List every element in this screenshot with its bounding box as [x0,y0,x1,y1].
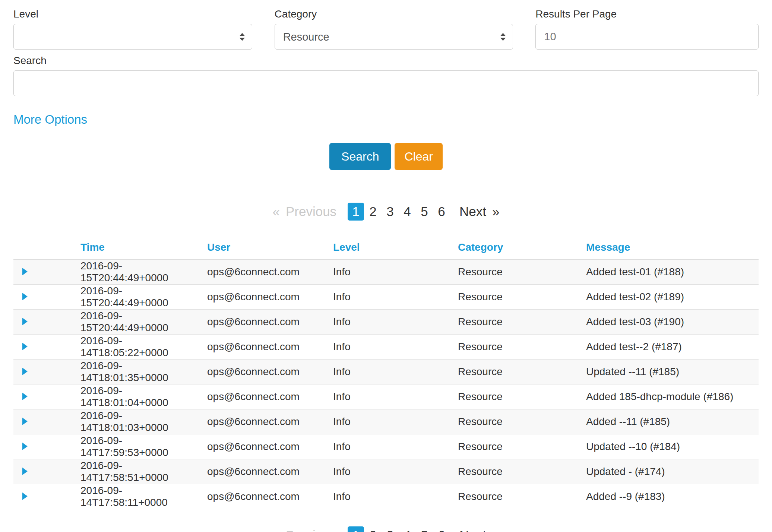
cell-user: ops@6connect.com [203,260,329,285]
cell-message: Added test-02 (#189) [582,285,759,310]
pagination-previous: « Previous [272,204,336,219]
results-per-page-input[interactable] [535,24,759,50]
table-row: 2016-09-15T20:44:49+0000 ops@6connect.co… [13,310,759,335]
search-label: Search [13,55,759,67]
expand-cell [13,260,77,285]
level-label: Level [13,8,252,20]
cell-time: 2016-09-14T17:58:11+0000 [77,484,203,509]
page-button-4[interactable]: 4 [399,203,415,221]
cell-category: Resource [454,360,582,384]
expand-cell [13,335,77,360]
cell-message: Added --11 (#185) [582,409,759,434]
cell-level: Info [329,384,454,409]
cell-category: Resource [454,434,582,459]
table-row: 2016-09-14T18:05:22+0000 ops@6connect.co… [13,335,759,360]
expand-cell [13,409,77,434]
page-button-5[interactable]: 5 [416,203,433,221]
page-button-2[interactable]: 2 [365,526,381,532]
column-header-user[interactable]: User [203,236,329,260]
table-row: 2016-09-14T18:01:04+0000 ops@6connect.co… [13,384,759,409]
page-list: 123456 [348,526,450,532]
cell-time: 2016-09-15T20:44:49+0000 [77,310,203,335]
level-select[interactable] [13,24,252,50]
clear-button[interactable]: Clear [395,143,442,170]
more-options-link[interactable]: More Options [13,113,87,127]
expand-row-icon[interactable] [22,443,28,450]
cell-category: Resource [454,459,582,484]
column-header-level[interactable]: Level [329,236,454,260]
table-row: 2016-09-15T20:44:49+0000 ops@6connect.co… [13,285,759,310]
cell-user: ops@6connect.com [203,360,329,384]
cell-level: Info [329,260,454,285]
search-field-group: Search [13,55,759,96]
table-row: 2016-09-15T20:44:49+0000 ops@6connect.co… [13,260,759,285]
page-button-3[interactable]: 3 [382,526,398,532]
table-row: 2016-09-14T17:58:11+0000 ops@6connect.co… [13,484,759,509]
cell-user: ops@6connect.com [203,285,329,310]
page-button-1[interactable]: 1 [348,203,364,221]
expand-row-icon[interactable] [22,318,28,325]
expand-row-icon[interactable] [22,368,28,375]
expand-cell [13,310,77,335]
page-button-2[interactable]: 2 [365,203,381,221]
expand-cell [13,285,77,310]
previous-label: Previous [286,528,336,532]
results-per-page-label: Results Per Page [535,8,759,20]
column-header-message[interactable]: Message [582,236,759,260]
cell-level: Info [329,310,454,335]
next-label: Next [459,204,486,219]
pagination-next[interactable]: Next » [459,528,499,532]
cell-time: 2016-09-14T18:01:03+0000 [77,409,203,434]
page-list: 123456 [348,203,450,221]
pagination-top: « Previous 123456 Next » [13,203,759,221]
page-button-6[interactable]: 6 [433,526,450,532]
results-per-page-field-group: Results Per Page [535,8,759,50]
actions-row: Search Clear [13,143,759,170]
cell-message: Added 185-dhcp-module (#186) [582,384,759,409]
cell-category: Resource [454,260,582,285]
log-table: Time User Level Category Message 2016-09… [13,236,759,509]
search-button[interactable]: Search [329,143,391,170]
pagination-previous: « Previous [272,528,336,532]
category-select[interactable]: Resource [275,24,513,50]
page-button-4[interactable]: 4 [399,526,415,532]
cell-message: Added test-01 (#188) [582,260,759,285]
page-button-5[interactable]: 5 [416,526,433,532]
cell-level: Info [329,360,454,384]
search-input[interactable] [13,70,759,96]
expand-row-icon[interactable] [22,418,28,425]
page-button-3[interactable]: 3 [382,203,398,221]
expand-row-icon[interactable] [22,468,28,475]
table-row: 2016-09-14T17:58:51+0000 ops@6connect.co… [13,459,759,484]
table-header-row: Time User Level Category Message [13,236,759,260]
pagination-next[interactable]: Next » [459,204,499,219]
cell-level: Info [329,434,454,459]
table-row: 2016-09-14T18:01:03+0000 ops@6connect.co… [13,409,759,434]
page-button-6[interactable]: 6 [433,203,450,221]
cell-message: Updated --11 (#185) [582,360,759,384]
cell-level: Info [329,459,454,484]
expand-row-icon[interactable] [22,268,28,275]
cell-time: 2016-09-14T18:05:22+0000 [77,335,203,360]
cell-message: Updated - (#174) [582,459,759,484]
cell-level: Info [329,335,454,360]
category-field-group: Category Resource [275,8,513,50]
cell-level: Info [329,409,454,434]
column-header-time[interactable]: Time [77,236,203,260]
previous-arrow-icon: « [272,528,279,532]
pagination-bottom: « Previous 123456 Next » [13,526,759,532]
cell-level: Info [329,285,454,310]
expand-row-icon[interactable] [22,293,28,300]
page-button-1[interactable]: 1 [348,526,364,532]
column-header-category[interactable]: Category [454,236,582,260]
cell-message: Added --9 (#183) [582,484,759,509]
cell-user: ops@6connect.com [203,434,329,459]
next-arrow-icon: » [492,204,499,219]
expand-row-icon[interactable] [22,393,28,400]
expand-row-icon[interactable] [22,493,28,500]
expand-cell [13,360,77,384]
next-label: Next [459,528,486,532]
cell-user: ops@6connect.com [203,409,329,434]
expand-row-icon[interactable] [22,343,28,350]
cell-time: 2016-09-14T18:01:35+0000 [77,360,203,384]
